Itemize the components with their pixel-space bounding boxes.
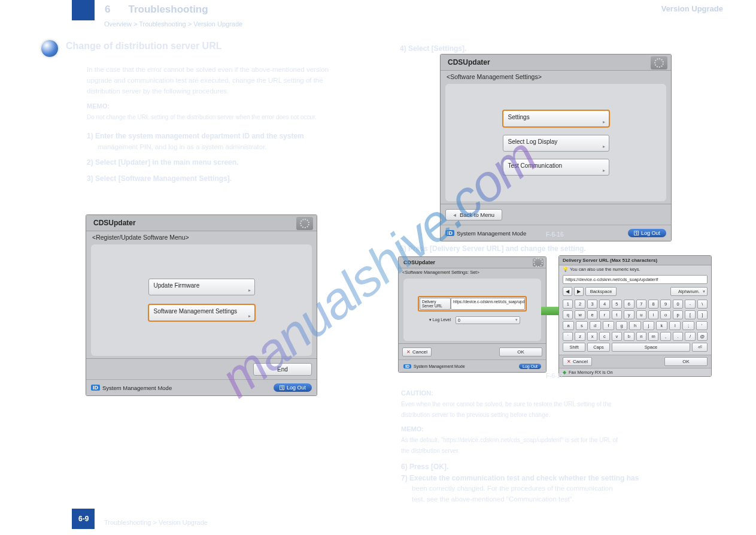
status-text: Fax Memory RX is On xyxy=(569,370,613,375)
memo-text: As the default, "https://device.cdsknn.n… xyxy=(401,436,688,445)
logout-button[interactable]: ⚿ Log Out xyxy=(274,383,312,392)
key-button[interactable]: 3 xyxy=(587,300,597,309)
chevron-right-icon: ▸ xyxy=(603,168,605,173)
key-button[interactable]: [ xyxy=(685,310,695,319)
key-button[interactable]: a xyxy=(563,321,574,330)
log-level-select[interactable]: 0 xyxy=(456,316,520,324)
key-button[interactable]: y xyxy=(624,310,634,319)
back-to-menu-button[interactable]: ◂ Back to Menu xyxy=(445,209,502,220)
mode-label: System Management Mode xyxy=(102,385,172,391)
key-button[interactable]: 2 xyxy=(575,300,585,309)
key-button[interactable]: j xyxy=(643,321,654,330)
key-button[interactable]: t xyxy=(612,310,622,319)
backspace-button[interactable]: Backspace xyxy=(585,287,617,296)
delivery-server-url-input[interactable]: https://device.c-cdsknn.net/cds_soap/upd xyxy=(451,298,525,310)
enter-button[interactable]: ⏎ xyxy=(692,343,708,352)
header-chapter: Version Upgrade xyxy=(661,4,723,13)
arrow-right-button[interactable]: ▶ xyxy=(574,287,584,296)
header-title: Troubleshooting xyxy=(128,4,208,16)
key-button[interactable]: ; xyxy=(682,321,694,330)
space-button[interactable]: Space xyxy=(612,343,690,352)
arrow-left-button[interactable]: ◀ xyxy=(563,287,572,296)
key-button[interactable]: 0 xyxy=(673,300,683,309)
key-button[interactable]: / xyxy=(685,332,695,341)
logout-button[interactable]: ⚿ Log Out xyxy=(628,229,666,237)
key-button[interactable]: c xyxy=(599,332,609,341)
ok-button[interactable]: OK xyxy=(664,357,708,366)
caution-text: Even when the error cannot be solved, be… xyxy=(401,400,688,409)
key-button[interactable]: l xyxy=(669,321,681,330)
memo-text: Do not change the URL setting of the dis… xyxy=(87,113,362,122)
key-button[interactable]: ] xyxy=(697,310,708,319)
page-number: 6-9 xyxy=(78,515,89,523)
lightbulb-icon: 💡 xyxy=(563,267,568,272)
key-button[interactable]: h xyxy=(629,321,640,330)
key-button[interactable]: , xyxy=(660,332,670,341)
key-button[interactable]: v xyxy=(612,332,622,341)
gear-icon[interactable] xyxy=(533,258,544,267)
software-management-settings-button[interactable]: Software Management Settings ▸ xyxy=(148,304,256,322)
key-button[interactable]: e xyxy=(587,310,597,319)
delivery-server-url-label[interactable]: Delivery Server URL xyxy=(420,298,451,310)
entry-mode-select[interactable]: Alphanum. xyxy=(670,287,708,296)
page-header: 6 Troubleshooting Version Upgrade xyxy=(0,0,756,18)
key-button[interactable]: d xyxy=(590,321,601,330)
settings-button[interactable]: Settings ▸ xyxy=(502,110,610,128)
update-firmware-button[interactable]: Update Firmware ▸ xyxy=(148,279,255,295)
key-button[interactable]: f xyxy=(603,321,614,330)
figure-label: F-6-16 xyxy=(546,231,563,238)
key-button[interactable]: m xyxy=(648,332,658,341)
cancel-button[interactable]: ✕ Cancel xyxy=(563,357,592,366)
chevron-right-icon: ▸ xyxy=(603,144,605,149)
key-button[interactable]: 5 xyxy=(612,300,622,309)
key-button[interactable]: ' xyxy=(696,321,708,330)
ok-button[interactable]: OK xyxy=(499,347,542,356)
key-button[interactable]: 8 xyxy=(648,300,658,309)
key-button[interactable]: x xyxy=(587,332,597,341)
key-button[interactable]: @ xyxy=(697,332,708,341)
key-button[interactable]: p xyxy=(673,310,683,319)
key-button[interactable]: \ xyxy=(697,300,708,309)
key-button[interactable]: ` xyxy=(563,332,573,341)
select-log-display-button[interactable]: Select Log Display ▸ xyxy=(503,135,609,152)
memo-heading: MEMO: xyxy=(401,424,688,434)
key-button[interactable]: . xyxy=(673,332,683,341)
key-button[interactable]: - xyxy=(685,300,695,309)
cancel-button[interactable]: ✕ Cancel xyxy=(402,347,432,356)
url-text-input[interactable]: https://device.c-cdsknn.net/cds_soap/upd… xyxy=(563,275,708,284)
test-communication-button[interactable]: Test Communication ▸ xyxy=(503,159,609,176)
key-button[interactable]: n xyxy=(636,332,646,341)
gear-icon[interactable] xyxy=(651,56,667,69)
key-button[interactable]: z xyxy=(575,332,585,341)
right-column: CAUTION: Even when the error cannot be s… xyxy=(401,383,688,505)
step-text: been correctly changed. For the procedur… xyxy=(401,483,688,494)
key-icon: ⚿ xyxy=(280,385,285,391)
key-button[interactable]: q xyxy=(563,310,573,319)
chevron-right-icon: ▸ xyxy=(248,288,251,293)
key-button[interactable]: r xyxy=(599,310,609,319)
key-button[interactable]: i xyxy=(648,310,658,319)
keyboard-grid: 1234567890-\ qwertyuiop[] asdfghjkl;' `z… xyxy=(559,298,711,355)
key-button[interactable]: b xyxy=(624,332,634,341)
key-button[interactable]: 1 xyxy=(563,300,573,309)
key-button[interactable]: 4 xyxy=(599,300,609,309)
logout-button[interactable]: Log Out xyxy=(519,364,541,369)
breadcrumb: Overview > Troubleshooting > Version Upg… xyxy=(104,20,242,28)
key-button[interactable]: u xyxy=(636,310,646,319)
key-button[interactable]: 7 xyxy=(636,300,646,309)
end-button[interactable]: End xyxy=(253,363,312,376)
screen-title-text: CDSUpdater xyxy=(448,58,490,67)
step-text: 5) Press [Delivery Server URL] and chang… xyxy=(400,244,586,253)
gear-icon[interactable] xyxy=(296,217,313,230)
key-button[interactable]: 9 xyxy=(660,300,670,309)
key-button[interactable]: k xyxy=(656,321,667,330)
close-icon: ✕ xyxy=(406,349,411,355)
caps-button[interactable]: Caps xyxy=(587,343,610,352)
key-button[interactable]: w xyxy=(575,310,585,319)
key-button[interactable]: s xyxy=(576,321,587,330)
shift-button[interactable]: Shift xyxy=(563,343,585,352)
id-badge: ID xyxy=(91,385,100,391)
key-button[interactable]: 6 xyxy=(624,300,634,309)
key-button[interactable]: o xyxy=(660,310,670,319)
key-button[interactable]: g xyxy=(616,321,627,330)
